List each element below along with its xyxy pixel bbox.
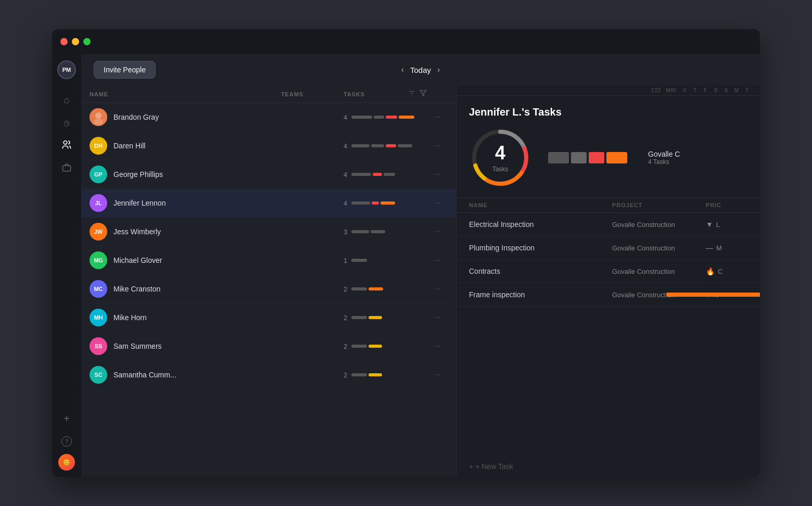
task-bar bbox=[351, 144, 370, 147]
table-row[interactable]: GP George Phillips 4 ··· bbox=[81, 160, 456, 189]
more-options-button[interactable]: ··· bbox=[427, 112, 448, 122]
legend-sub: 4 Tasks bbox=[648, 158, 680, 166]
task-bar bbox=[371, 230, 385, 233]
app-logo[interactable]: PM bbox=[57, 60, 76, 79]
task-bar bbox=[351, 201, 370, 205]
add-icon: + bbox=[64, 413, 70, 425]
more-options-button[interactable]: ··· bbox=[427, 141, 448, 150]
avatar bbox=[90, 108, 107, 126]
legend-bars-container bbox=[548, 152, 627, 163]
sidebar-item-clock[interactable]: ◷ bbox=[56, 112, 77, 133]
table-row[interactable]: Brandon Gray 4 ··· bbox=[81, 103, 456, 132]
task-bars bbox=[351, 287, 383, 290]
avatar: MC bbox=[90, 280, 107, 298]
tasks-cell: 2 bbox=[344, 343, 427, 350]
more-options-button[interactable]: ··· bbox=[427, 256, 448, 265]
prev-date-button[interactable]: ‹ bbox=[401, 65, 404, 74]
task-count: 1 bbox=[344, 257, 347, 264]
task-bars bbox=[351, 116, 414, 119]
sidebar-item-people[interactable] bbox=[56, 135, 77, 156]
table-row[interactable]: JL Jennifer Lennon 4 ··· bbox=[81, 189, 456, 218]
priority-icon: ▼ bbox=[706, 220, 713, 229]
task-bar bbox=[399, 116, 414, 119]
person-cell: MG Michael Glover bbox=[90, 251, 281, 269]
current-date-label: Today bbox=[410, 66, 431, 74]
sidebar-item-home[interactable]: ⌂ bbox=[56, 90, 77, 110]
table-row[interactable]: JW Jess Wimberly 3 ··· bbox=[81, 218, 456, 246]
sidebar-item-help[interactable]: ? bbox=[56, 431, 77, 452]
new-task-button[interactable]: + + New Task bbox=[456, 456, 760, 477]
more-options-button[interactable]: ··· bbox=[427, 284, 448, 294]
task-row[interactable]: Contracts Govalle Construction 🔥 C bbox=[456, 260, 760, 283]
more-options-button[interactable]: ··· bbox=[427, 313, 448, 322]
filter-settings-icon[interactable] bbox=[408, 90, 415, 98]
legend-bar-0 bbox=[548, 152, 569, 163]
tasks-cell: 4 bbox=[344, 142, 427, 150]
tasks-cell: 4 bbox=[344, 171, 427, 179]
task-count-number: 4 bbox=[492, 142, 509, 164]
year-label: 1'22 bbox=[651, 87, 661, 93]
app-window: PM ⌂ ◷ bbox=[52, 29, 760, 477]
task-bars bbox=[351, 345, 382, 348]
task-row[interactable]: Plumbing Inspection Govalle Construction… bbox=[456, 236, 760, 260]
task-priority: — M bbox=[706, 244, 747, 252]
table-row[interactable]: MC Mike Cranston 2 ··· bbox=[81, 275, 456, 303]
task-project: Govalle Construction bbox=[612, 268, 706, 275]
avatar: SS bbox=[90, 337, 107, 355]
person-name: Samantha Cumm... bbox=[113, 371, 176, 379]
avatar: MH bbox=[90, 309, 107, 326]
people-table: NAME TEAMS TASKS bbox=[81, 85, 456, 477]
tasks-cell: 3 bbox=[344, 228, 427, 236]
maximize-button[interactable] bbox=[83, 38, 91, 45]
svg-point-7 bbox=[95, 112, 102, 119]
cal-day-0: V bbox=[680, 87, 689, 93]
sidebar-item-add[interactable]: + bbox=[56, 408, 77, 429]
task-priority: 🔥 C bbox=[706, 267, 747, 275]
tasks-col-header: NAME PROJECT PRIC bbox=[456, 198, 760, 213]
person-cell: DH Daren Hill bbox=[90, 137, 281, 155]
tasks-list: Electrical Inspection Govalle Constructi… bbox=[456, 213, 760, 456]
table-row[interactable]: DH Daren Hill 4 ··· bbox=[81, 132, 456, 160]
avatar: DH bbox=[90, 137, 107, 155]
table-row[interactable]: MH Mike Horn 2 ··· bbox=[81, 303, 456, 332]
priority-icon: — bbox=[706, 244, 713, 252]
more-options-button[interactable]: ··· bbox=[427, 227, 448, 236]
next-date-button[interactable]: › bbox=[437, 65, 440, 74]
person-name: Daren Hill bbox=[113, 142, 145, 150]
person-name: Mike Cranston bbox=[113, 285, 160, 293]
people-icon bbox=[61, 140, 72, 153]
task-bar bbox=[373, 173, 382, 176]
priority-label: L bbox=[716, 221, 720, 229]
minimize-button[interactable] bbox=[72, 38, 79, 45]
priority-icon: 🔥 bbox=[706, 267, 715, 275]
task-bars bbox=[351, 173, 395, 176]
task-row[interactable]: Electrical Inspection Govalle Constructi… bbox=[456, 213, 760, 236]
svg-rect-1 bbox=[63, 166, 71, 171]
table-row[interactable]: SS Sam Summers 2 ··· bbox=[81, 332, 456, 361]
table-row[interactable]: SC Samantha Cumm... 2 ··· bbox=[81, 361, 456, 389]
close-button[interactable] bbox=[60, 38, 68, 45]
task-bar bbox=[369, 287, 383, 290]
user-avatar[interactable]: 😊 bbox=[58, 454, 75, 471]
invite-people-button[interactable]: Invite People bbox=[94, 61, 156, 79]
person-name: Jess Wimberly bbox=[113, 227, 161, 236]
task-bar bbox=[351, 373, 367, 376]
sidebar-item-briefcase[interactable] bbox=[56, 158, 77, 179]
stats-row: 4 Tasks bbox=[469, 126, 747, 189]
cal-day-2: F bbox=[701, 87, 710, 93]
table-body: Brandon Gray 4 ··· DH Daren Hill 4 ··· G… bbox=[81, 103, 456, 477]
more-options-button[interactable]: ··· bbox=[427, 170, 448, 179]
task-bar bbox=[384, 173, 395, 176]
col-header-tasks: TASKS bbox=[344, 90, 427, 98]
more-options-button[interactable]: ··· bbox=[427, 370, 448, 380]
task-bar bbox=[351, 259, 367, 262]
more-options-button[interactable]: ··· bbox=[427, 198, 448, 208]
filter-icon[interactable] bbox=[420, 90, 427, 98]
task-count: 2 bbox=[344, 371, 347, 379]
task-row[interactable]: Frame inspection Govalle Construction ↑ … bbox=[456, 283, 760, 307]
table-row[interactable]: MG Michael Glover 1 ··· bbox=[81, 246, 456, 275]
more-options-button[interactable]: ··· bbox=[427, 341, 448, 351]
task-bar bbox=[374, 116, 384, 119]
task-bar bbox=[351, 345, 367, 348]
col-header-name: NAME bbox=[90, 91, 281, 97]
